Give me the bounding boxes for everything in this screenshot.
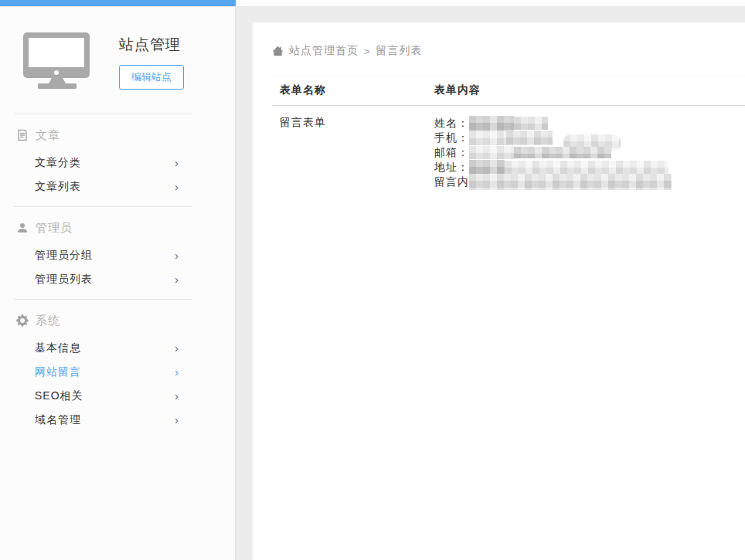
field-label: 姓名： <box>434 117 469 131</box>
redacted-value <box>506 131 553 145</box>
field-label: 手机： <box>434 131 469 145</box>
breadcrumb-home-link[interactable]: 站点管理首页 <box>289 44 359 58</box>
content-card: 站点管理首页 > 留言列表 表单名称 表单内容 留言表单 <box>253 22 745 560</box>
content-line-address: 地址： <box>434 160 737 175</box>
sidebar-item-site-messages[interactable]: 网站留言 › <box>0 360 235 384</box>
section-label: 管理员 <box>36 221 73 236</box>
section-head-system: 系统 <box>0 310 235 331</box>
sidebar-item-admin-groups[interactable]: 管理员分组 › <box>0 243 235 267</box>
sidebar-section-articles: 文章 文章分类 › 文章列表 › <box>0 114 235 206</box>
main-area: 站点管理首页 > 留言列表 表单名称 表单内容 留言表单 <box>236 7 745 560</box>
sidebar-item-article-categories[interactable]: 文章分类 › <box>0 151 235 175</box>
form-content-cell: 姓名： 手机： <box>427 106 745 200</box>
column-header-form-content: 表单内容 <box>427 76 745 106</box>
gear-icon <box>16 314 29 328</box>
table-header-row: 表单名称 表单内容 <box>272 76 745 106</box>
form-name-cell: 留言表单 <box>272 106 427 200</box>
sidebar-item-label: SEO相关 <box>35 389 83 403</box>
chevron-right-icon: › <box>175 390 179 402</box>
chevron-right-icon: › <box>175 181 179 192</box>
sidebar-item-label: 管理员列表 <box>35 273 93 287</box>
sidebar: 站点管理 编辑站点 文章 文章分类 <box>0 7 236 560</box>
chevron-right-icon: › <box>175 414 179 426</box>
section-label: 系统 <box>36 314 60 328</box>
sidebar-section-admins: 管理员 管理员分组 › 管理员列表 › <box>0 207 235 299</box>
sidebar-item-seo[interactable]: SEO相关 › <box>0 384 235 408</box>
redacted-value <box>469 116 514 131</box>
sidebar-item-basic-info[interactable]: 基本信息 › <box>0 336 235 360</box>
document-icon <box>16 129 29 142</box>
sidebar-section-system: 系统 基本信息 › 网站留言 › SEO相关 › <box>0 300 235 440</box>
home-icon <box>272 46 284 56</box>
redacted-value <box>469 174 672 190</box>
top-strip <box>0 0 745 7</box>
section-head-articles: 文章 <box>0 124 235 146</box>
sidebar-item-label: 文章列表 <box>35 180 81 194</box>
field-label: 地址： <box>434 161 469 175</box>
sidebar-item-label: 文章分类 <box>35 156 81 170</box>
chevron-right-icon: › <box>175 157 179 168</box>
sidebar-item-admin-list[interactable]: 管理员列表 › <box>0 267 235 291</box>
content-line-phone: 手机： <box>434 131 737 145</box>
chevron-right-icon: › <box>175 342 179 354</box>
top-strip-rest <box>236 0 745 6</box>
redacted-value <box>505 161 668 174</box>
content-line-name: 姓名： <box>434 116 737 131</box>
top-strip-accent <box>0 0 236 6</box>
edit-site-button[interactable]: 编辑站点 <box>119 65 184 90</box>
redacted-value <box>469 146 514 159</box>
site-title: 站点管理 <box>119 35 184 55</box>
sidebar-item-domains[interactable]: 域名管理 › <box>0 408 235 432</box>
section-head-admins: 管理员 <box>0 217 235 239</box>
section-label: 文章 <box>36 128 60 143</box>
breadcrumb-separator: > <box>364 46 371 57</box>
chevron-right-icon: › <box>175 273 179 285</box>
sidebar-item-label: 网站留言 <box>35 365 81 379</box>
monitor-icon <box>23 32 91 90</box>
field-label: 留言内 <box>434 175 469 189</box>
sidebar-item-label: 域名管理 <box>35 413 81 427</box>
redacted-value <box>514 147 611 158</box>
chevron-right-icon: › <box>175 249 179 261</box>
redacted-value <box>514 117 548 130</box>
field-label: 邮箱： <box>434 146 469 160</box>
content-line-email: 邮箱： <box>434 145 737 160</box>
sidebar-item-label: 基本信息 <box>35 341 81 355</box>
sidebar-item-article-list[interactable]: 文章列表 › <box>0 175 235 199</box>
chevron-right-icon: › <box>175 366 179 378</box>
site-admin-page: 站点管理 编辑站点 文章 文章分类 <box>0 0 745 560</box>
breadcrumb: 站点管理首页 > 留言列表 <box>272 44 745 58</box>
redacted-value <box>469 160 505 175</box>
column-header-form-name: 表单名称 <box>272 76 427 106</box>
content-line-message: 留言内 <box>434 175 737 189</box>
site-header: 站点管理 编辑站点 <box>0 7 235 90</box>
user-icon <box>16 222 29 235</box>
sidebar-item-label: 管理员分组 <box>35 249 93 263</box>
table-row: 留言表单 姓名： 手机： <box>272 106 745 200</box>
redacted-value <box>469 131 506 145</box>
breadcrumb-current: 留言列表 <box>376 44 423 58</box>
messages-table: 表单名称 表单内容 留言表单 姓名： <box>272 76 745 199</box>
